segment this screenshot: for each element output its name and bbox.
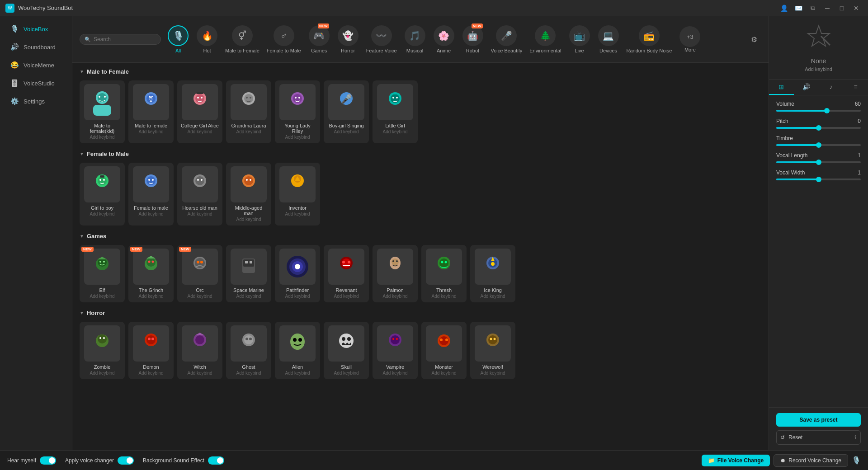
apply-voice-changer-toggle[interactable]: [118, 456, 134, 465]
panel-tab-music[interactable]: ♪: [819, 80, 844, 95]
cat-tab-robot[interactable]: NEW 🤖 Robot: [459, 24, 486, 55]
cat-tab-random-body-noise[interactable]: 📻 Random Body Noise: [624, 24, 675, 55]
filter-button[interactable]: ⚙: [747, 32, 761, 47]
voice-card-14[interactable]: NEW The Grinch Add keybind: [128, 245, 174, 302]
voice-card-26[interactable]: Alien Add keybind: [275, 322, 320, 379]
voice-keybind-1[interactable]: Add keybind: [90, 135, 114, 140]
cat-tab-male-to-female[interactable]: ⚥ Male to Female: [222, 24, 262, 55]
voice-keybind-28[interactable]: Add keybind: [382, 371, 407, 376]
voice-keybind-14[interactable]: Add keybind: [138, 294, 163, 299]
save-preset-button[interactable]: Save as preset: [776, 413, 861, 427]
section-arrow-female-to-male[interactable]: ▼: [80, 151, 84, 156]
voice-keybind-2[interactable]: Add keybind: [138, 129, 163, 134]
voice-keybind-10[interactable]: Add keybind: [187, 212, 212, 216]
voice-card-9[interactable]: Female to male Add keybind: [128, 163, 174, 226]
voice-card-2[interactable]: ⚧ Male to female Add keybind: [128, 80, 174, 143]
voice-card-20[interactable]: Thresh Add keybind: [421, 245, 467, 302]
account-button[interactable]: 👤: [778, 2, 790, 14]
volume-thumb[interactable]: [824, 108, 830, 113]
voice-card-1[interactable]: Male to female(kid) Add keybind: [80, 80, 125, 143]
search-input[interactable]: [94, 36, 157, 42]
voice-card-25[interactable]: Ghost Add keybind: [226, 322, 271, 379]
voice-keybind-25[interactable]: Add keybind: [236, 371, 261, 376]
sidebar-item-voicebox[interactable]: 🎙️ VoiceBox: [3, 20, 69, 38]
panel-tab-voice[interactable]: 🔊: [794, 80, 819, 95]
voice-card-12[interactable]: Inventor Add keybind: [275, 163, 320, 226]
vocal-length-slider[interactable]: [776, 161, 861, 163]
vocal-width-thumb[interactable]: [816, 177, 821, 182]
voice-keybind-11[interactable]: Add keybind: [236, 217, 261, 222]
cat-tab-musical[interactable]: 🎵 Musical: [401, 24, 429, 55]
voice-keybind-4[interactable]: Add keybind: [236, 129, 261, 134]
voice-keybind-3[interactable]: Add keybind: [187, 129, 212, 134]
voice-card-23[interactable]: Demon Add keybind: [128, 322, 174, 379]
cat-tab-live[interactable]: 📺 Live: [566, 24, 593, 55]
voice-keybind-22[interactable]: Add keybind: [90, 371, 114, 376]
voice-keybind-23[interactable]: Add keybind: [138, 371, 163, 376]
background-sound-toggle[interactable]: [208, 456, 224, 465]
cat-tab-voice-beautify[interactable]: 🎤 Voice Beautify: [488, 24, 525, 55]
voice-card-27[interactable]: Skull Add keybind: [324, 322, 369, 379]
restore-button[interactable]: ⧉: [807, 2, 819, 14]
vocal-length-thumb[interactable]: [816, 160, 821, 165]
cat-tab-more[interactable]: +3 More: [676, 24, 703, 54]
voice-card-10[interactable]: Hoarse old man Add keybind: [177, 163, 222, 226]
voice-card-29[interactable]: Monster Add keybind: [421, 322, 467, 379]
cat-tab-feature-voice[interactable]: 〰️ Feature Voice: [363, 24, 400, 55]
voice-card-19[interactable]: Paimon Add keybind: [373, 245, 418, 302]
section-arrow-male-to-female[interactable]: ▼: [80, 69, 84, 74]
timbre-thumb[interactable]: [816, 142, 821, 148]
voice-keybind-9[interactable]: Add keybind: [138, 212, 163, 216]
voice-keybind-29[interactable]: Add keybind: [431, 371, 456, 376]
cat-tab-all[interactable]: 🎙️ All: [165, 24, 192, 55]
voice-card-8[interactable]: Girl to boy Add keybind: [80, 163, 125, 226]
close-button[interactable]: ✕: [850, 2, 863, 14]
voice-keybind-18[interactable]: Add keybind: [334, 294, 359, 299]
sidebar-item-voicestudio[interactable]: 🎚️ VoiceStudio: [3, 75, 69, 92]
voice-card-24[interactable]: Witch Add keybind: [177, 322, 222, 379]
search-box[interactable]: 🔍: [80, 34, 161, 45]
voice-keybind-12[interactable]: Add keybind: [285, 212, 310, 216]
voice-keybind-5[interactable]: Add keybind: [285, 135, 310, 140]
timbre-slider[interactable]: [776, 144, 861, 146]
sidebar-item-soundboard[interactable]: 🔊 Soundboard: [3, 38, 69, 56]
voice-card-6[interactable]: 🎤 Boy-girl Singing Add keybind: [324, 80, 369, 143]
cat-tab-environmental[interactable]: 🌲 Environmental: [527, 24, 564, 55]
maximize-button[interactable]: □: [835, 2, 848, 14]
voice-keybind-13[interactable]: Add keybind: [90, 294, 114, 299]
file-voice-change-button[interactable]: 📁 File Voice Change: [702, 455, 770, 466]
cat-tab-hot[interactable]: 🔥 Hot: [193, 24, 221, 55]
cat-tab-horror[interactable]: 👻 Horror: [335, 24, 362, 55]
voice-card-3[interactable]: College Girl Alice Add keybind: [177, 80, 222, 143]
voice-keybind-21[interactable]: Add keybind: [480, 294, 505, 299]
mail-button[interactable]: ✉️: [792, 2, 805, 14]
panel-tab-general[interactable]: ⊞: [769, 80, 794, 95]
voice-card-21[interactable]: Ice King Add keybind: [470, 245, 515, 302]
voice-keybind-16[interactable]: Add keybind: [236, 294, 261, 299]
voice-card-17[interactable]: Pathfinder Add keybind: [275, 245, 320, 302]
cat-tab-anime[interactable]: 🌸 Anime: [430, 24, 458, 55]
panel-tab-eq[interactable]: ≡: [843, 80, 868, 95]
record-voice-change-button[interactable]: ⏺ Record Voice Change: [774, 454, 848, 467]
voice-keybind-27[interactable]: Add keybind: [334, 371, 359, 376]
voice-keybind-7[interactable]: Add keybind: [382, 129, 407, 134]
cat-tab-female-to-male[interactable]: ♂ Female to Male: [264, 24, 304, 55]
sidebar-item-voicememe[interactable]: 😂 VoiceMeme: [3, 56, 69, 74]
voice-card-22[interactable]: Zombie Add keybind: [80, 322, 125, 379]
voice-card-30[interactable]: Werewolf Add keybind: [470, 322, 515, 379]
voice-keybind-26[interactable]: Add keybind: [285, 371, 310, 376]
minimize-button[interactable]: ─: [821, 2, 834, 14]
voice-keybind-20[interactable]: Add keybind: [431, 294, 456, 299]
section-arrow-horror[interactable]: ▼: [80, 310, 84, 315]
cat-tab-devices[interactable]: 💻 Devices: [595, 24, 622, 55]
add-keybind-button[interactable]: Add keybind: [805, 66, 832, 72]
voice-keybind-24[interactable]: Add keybind: [187, 371, 212, 376]
sidebar-item-settings[interactable]: ⚙️ Settings: [3, 93, 69, 110]
cat-tab-games[interactable]: NEW 🎮 Games: [306, 24, 333, 55]
voice-keybind-19[interactable]: Add keybind: [382, 294, 407, 299]
voice-card-15[interactable]: NEW Orc Add keybind: [177, 245, 222, 302]
voice-card-18[interactable]: Revenant Add keybind: [324, 245, 369, 302]
volume-slider[interactable]: [776, 110, 861, 112]
vocal-width-slider[interactable]: [776, 179, 861, 180]
pitch-thumb[interactable]: [816, 125, 821, 131]
